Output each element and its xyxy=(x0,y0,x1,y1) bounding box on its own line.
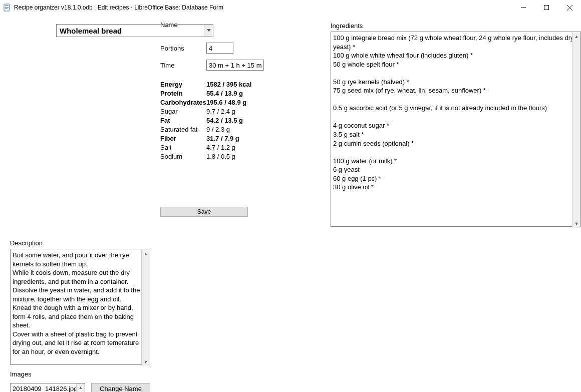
scroll-up-icon[interactable]: ▲ xyxy=(142,249,150,258)
maximize-button[interactable] xyxy=(535,0,558,15)
time-input[interactable] xyxy=(206,60,264,71)
time-label: Time xyxy=(160,62,206,69)
change-name-button[interactable]: Change Name xyxy=(91,383,150,392)
app-icon xyxy=(3,4,11,12)
scrollbar[interactable]: ▲ ▼ xyxy=(572,32,580,228)
list-item[interactable]: 20180409_141826.jpg * xyxy=(13,384,83,392)
portions-label: Portions xyxy=(160,45,206,52)
scrollbar[interactable]: ▲ ▼ xyxy=(76,383,85,392)
portions-input[interactable] xyxy=(206,43,233,54)
images-label: Images xyxy=(10,370,150,378)
scrollbar[interactable]: ▲ ▼ xyxy=(141,249,150,366)
ingredients-textarea[interactable] xyxy=(331,32,581,227)
description-label: Description xyxy=(10,239,150,247)
svg-rect-5 xyxy=(544,6,549,10)
description-textarea[interactable] xyxy=(10,249,150,365)
ingredients-label: Ingredients xyxy=(331,22,581,30)
images-listbox[interactable]: 20180409_141826.jpg * 20180409_145125.jp… xyxy=(10,383,85,392)
scroll-down-icon[interactable]: ▼ xyxy=(572,219,580,228)
window-title: Recipe organizer v18.1.0.odb : Edit reci… xyxy=(14,4,512,11)
save-button[interactable]: Save xyxy=(160,207,248,217)
name-combobox[interactable]: Wholemeal bread xyxy=(56,24,213,37)
scroll-up-icon[interactable]: ▲ xyxy=(77,383,85,392)
scroll-down-icon[interactable]: ▼ xyxy=(142,357,150,366)
scroll-up-icon[interactable]: ▲ xyxy=(572,32,580,41)
name-value: Wholemeal bread xyxy=(60,27,122,35)
svg-rect-1 xyxy=(5,6,9,6)
close-button[interactable] xyxy=(558,0,581,15)
svg-rect-3 xyxy=(5,9,8,9)
chevron-down-icon[interactable] xyxy=(204,25,213,37)
svg-marker-8 xyxy=(207,29,211,32)
nutrition-table: Energy1582 / 395 kcal Protein55.4 / 13.9… xyxy=(160,81,321,160)
svg-rect-2 xyxy=(5,7,9,8)
minimize-button[interactable] xyxy=(512,0,535,15)
